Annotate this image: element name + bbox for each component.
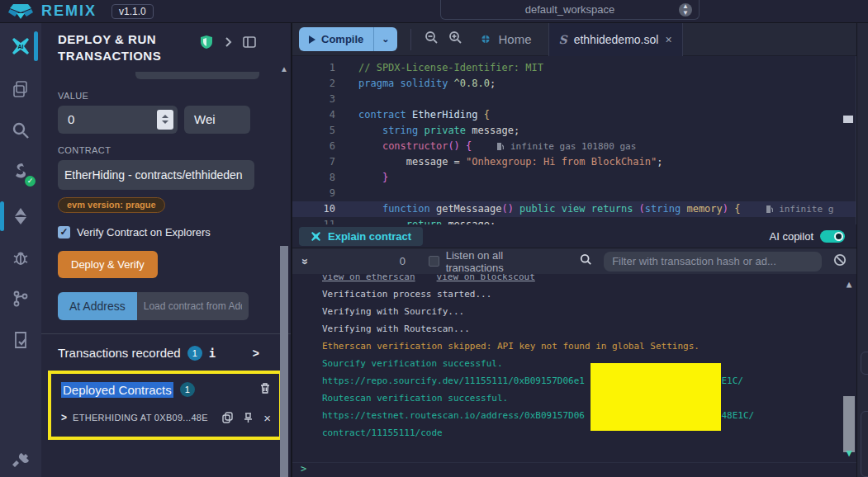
- ai-active-indicator: [34, 31, 38, 61]
- file-tab-label: ethhidedemo.sol: [574, 33, 659, 46]
- at-address-input[interactable]: [137, 292, 249, 320]
- expand-chevron-icon[interactable]: [223, 37, 233, 47]
- line-number: 5: [292, 123, 335, 139]
- compile-options-caret[interactable]: ⌄: [373, 27, 396, 51]
- explain-contract-label: Explain contract: [328, 230, 411, 243]
- deploy-run-panel: DEPLOY & RUN TRANSACTIONS VALUE 0 Wei CO…: [41, 23, 291, 477]
- terminal-line[interactable]: https://repo.sourcify.dev/11155111/0xB09…: [322, 372, 832, 390]
- home-remix-icon: [479, 34, 492, 45]
- code-line-7[interactable]: 7 message = "Onhexgroup: Hi from BlockCh…: [292, 154, 856, 170]
- deploy-run-icon[interactable]: [4, 200, 37, 233]
- terminal-count: 0: [400, 255, 406, 267]
- ai-label: AI: [18, 44, 24, 50]
- code-line-6[interactable]: 6 constructor() { infinite gas 101800 ga…: [292, 139, 856, 154]
- listen-checkbox[interactable]: [429, 256, 439, 267]
- code-line-8[interactable]: 8 }: [292, 170, 856, 186]
- terminal-scrollbar-thumb[interactable]: [843, 396, 855, 452]
- transaction-filter-input[interactable]: [604, 252, 822, 272]
- solidity-file-icon: S: [559, 33, 567, 46]
- tab-ethhidedemo[interactable]: S ethhidedemo.sol ×: [548, 23, 683, 56]
- panel-scrollbar-thumb[interactable]: [280, 246, 288, 477]
- at-address-button[interactable]: At Address: [58, 292, 137, 320]
- line-number: 2: [292, 76, 335, 92]
- code-line-2[interactable]: 2pragma solidity ^0.8.0;: [292, 76, 856, 92]
- editor-tabbar: Compile ⌄ Home S ethhidedemo.sol ×: [292, 23, 856, 56]
- divider: [410, 29, 411, 50]
- deployed-contracts-label: Deployed Contracts: [61, 382, 173, 398]
- value-stepper[interactable]: [157, 110, 173, 130]
- code-editor[interactable]: 1// SPDX-License-Identifier: MIT2pragma …: [292, 56, 856, 224]
- file-explorer-icon[interactable]: [4, 73, 37, 106]
- divider: [41, 333, 291, 334]
- trash-icon[interactable]: [259, 382, 271, 398]
- panel-scrollbar[interactable]: ▲: [279, 64, 289, 477]
- code-line-3[interactable]: 3: [292, 92, 856, 107]
- line-number: 4: [292, 107, 335, 123]
- terminal-scrollbar[interactable]: ▲ ▼: [843, 279, 855, 459]
- verify-checkbox[interactable]: ✓: [58, 226, 70, 238]
- code-line-9[interactable]: 9: [292, 186, 856, 201]
- compile-button[interactable]: Compile: [299, 27, 373, 51]
- workspace-spinner-icon[interactable]: ▲▼: [679, 3, 692, 17]
- solidity-compiler-icon[interactable]: ✓: [4, 155, 37, 188]
- deployed-count-badge: 1: [180, 382, 195, 397]
- unit-select[interactable]: Wei: [184, 106, 250, 134]
- contract-expand-chevron[interactable]: >: [61, 412, 67, 423]
- zoom-in-icon[interactable]: [448, 31, 462, 48]
- code-line-5[interactable]: 5 string private message;: [292, 123, 856, 139]
- terminal-prompt[interactable]: >: [292, 462, 856, 477]
- partial-scrolled-field[interactable]: [135, 72, 259, 79]
- explain-contract-button[interactable]: Explain contract: [299, 227, 423, 246]
- gas-estimate-annotation: infinite gas 101800 gas: [496, 141, 636, 152]
- clear-console-icon[interactable]: [833, 253, 847, 270]
- terminal-line: view on etherscanview on blockscout: [322, 274, 832, 286]
- verify-checkbox-label: Verify Contract on Explorers: [77, 226, 211, 238]
- tab-close-icon[interactable]: ×: [665, 33, 671, 46]
- evm-version-badge: evm version: prague: [58, 197, 165, 213]
- remove-contract-icon[interactable]: ×: [263, 411, 271, 425]
- editor-scrollbar-thumb[interactable]: [843, 116, 853, 123]
- contract-label: CONTRACT: [58, 145, 271, 155]
- panel-title: DEPLOY & RUN TRANSACTIONS: [58, 31, 182, 65]
- plugin-manager-icon[interactable]: [4, 442, 37, 475]
- line-number: 1: [292, 60, 335, 76]
- workspace-name: default_workspace: [525, 3, 614, 16]
- code-line-10[interactable]: 10 function getMessaage() public view re…: [292, 201, 856, 217]
- terminal-collapse-icon[interactable]: »: [299, 258, 312, 265]
- code-line-11[interactable]: 11 return message;: [292, 217, 856, 224]
- terminal-line[interactable]: contract/11155111/code: [322, 424, 832, 442]
- transactions-expand-chevron[interactable]: >: [253, 347, 259, 360]
- copy-icon[interactable]: [222, 412, 233, 423]
- gas-estimate-annotation: infinite g: [766, 204, 834, 215]
- workspace-selector[interactable]: default_workspace ▲▼: [440, 0, 700, 20]
- source-control-icon[interactable]: [4, 282, 37, 315]
- terminal-line: Verifying with Routescan...: [322, 320, 832, 338]
- code-line-4[interactable]: 4contract EtherHiding {: [292, 107, 856, 123]
- debugger-icon[interactable]: [4, 241, 37, 274]
- terminal-toolbar: » 0 Listen on all transactions: [292, 248, 856, 274]
- unit-testing-icon[interactable]: [4, 324, 37, 357]
- line-number: 9: [292, 186, 335, 201]
- tab-home[interactable]: Home: [479, 32, 532, 46]
- terminal-log[interactable]: view on etherscanview on blockscoutVerif…: [292, 274, 856, 462]
- info-icon[interactable]: i: [209, 347, 216, 360]
- code-line-1[interactable]: 1// SPDX-License-Identifier: MIT: [292, 60, 856, 76]
- ai-copilot-toggle[interactable]: [820, 230, 845, 243]
- terminal-line[interactable]: https://testnet.routescan.io/address/0xB…: [322, 407, 832, 424]
- icon-rail: AI ✓: [0, 23, 41, 477]
- search-icon[interactable]: [4, 114, 37, 147]
- remix-ai-icon[interactable]: AI: [4, 30, 37, 63]
- contract-select[interactable]: EtherHiding - contracts/ethhideden: [58, 160, 254, 190]
- terminal-line: Verification process started...: [322, 286, 832, 303]
- top-bar: REMIX v1.1.0 default_workspace ▲▼: [0, 0, 868, 23]
- pin-panel-icon[interactable]: [243, 36, 256, 48]
- deploy-verify-button[interactable]: Deploy & Verify: [58, 251, 158, 278]
- home-tab-label: Home: [499, 32, 532, 46]
- zoom-out-icon[interactable]: [425, 31, 439, 48]
- line-number: 10: [292, 201, 335, 217]
- terminal-link[interactable]: view on etherscan: [322, 274, 415, 282]
- value-input[interactable]: 0: [58, 106, 178, 134]
- pin-icon[interactable]: [243, 412, 254, 423]
- terminal-link[interactable]: view on blockscout: [437, 274, 535, 282]
- deployed-contract-row[interactable]: > ETHERHIDING AT 0XB09...48E ×: [61, 411, 271, 425]
